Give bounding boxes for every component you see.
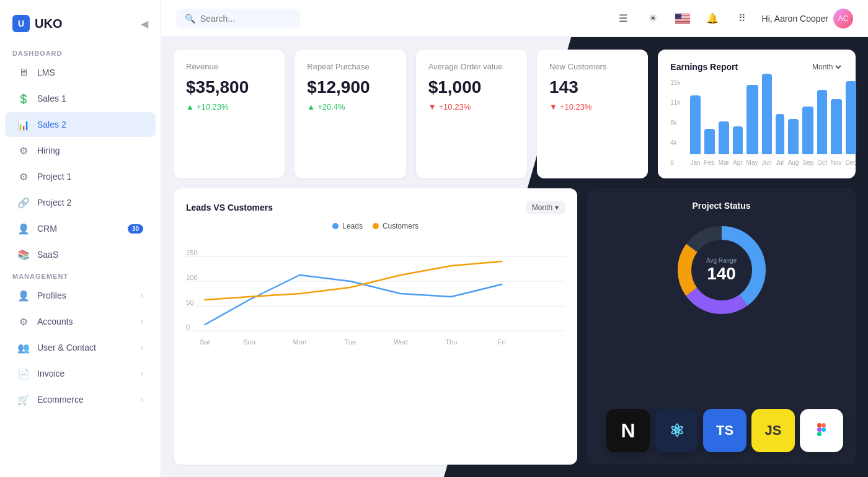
sidebar-item-label: Sales 1	[37, 94, 66, 103]
svg-text:50: 50	[186, 299, 193, 306]
header-icons: ☰ ☀ 🔔 ⠿ Hi, Aaron Cooper AC	[613, 9, 853, 28]
sidebar-item-label: Project 2	[37, 198, 71, 208]
theme-icon[interactable]: ☀	[643, 9, 663, 28]
sidebar-item-profiles[interactable]: 👤 Profiles ›	[5, 283, 156, 308]
sales2-icon: 📊	[17, 118, 30, 131]
bar-col-sep: Sep	[802, 107, 813, 166]
svg-rect-27	[817, 423, 822, 427]
y-label-11k: 11k	[670, 99, 680, 106]
leads-period-button[interactable]: Month ▾	[526, 201, 565, 214]
donut-label: Avg Range 140	[706, 257, 737, 284]
logo-icon: U	[12, 15, 30, 32]
figma-logo-svg	[812, 421, 831, 440]
sidebar-item-crm[interactable]: 👤 CRM 30	[5, 216, 156, 241]
revenue-value: $35,800	[186, 77, 272, 97]
typescript-icon[interactable]: TS	[703, 409, 746, 452]
sidebar-item-sales1[interactable]: 💲 Sales 1	[5, 86, 156, 111]
donut-value: 140	[706, 264, 737, 284]
svg-point-31	[822, 427, 826, 432]
bar-sep[interactable]	[802, 107, 813, 154]
notification-icon[interactable]: 🔔	[702, 9, 722, 28]
bar-jan[interactable]	[690, 95, 700, 154]
content-inner: Revenue $35,800 ▲ +10.23% Repeat Purchas…	[161, 37, 868, 477]
invoice-chevron-icon: ›	[141, 369, 143, 378]
hiring-icon: ⚙	[17, 144, 30, 157]
bar-label-apr: Apr	[733, 159, 743, 166]
bar-label-jan: Jan	[690, 159, 700, 166]
bar-oct[interactable]	[817, 90, 827, 154]
sidebar-item-saas[interactable]: 📚 SaaS	[5, 242, 156, 267]
ecommerce-icon: 🛒	[17, 393, 30, 406]
earnings-period-select[interactable]: Month Week Year	[810, 62, 843, 72]
profiles-icon: 👤	[17, 289, 30, 302]
react-icon[interactable]: ⚛	[655, 409, 698, 452]
svg-rect-6	[675, 22, 690, 22]
bar-dec[interactable]	[846, 81, 857, 154]
sidebar: U UKO ◀ DASHBOARD 🖥 LMS 💲 Sales 1 📊 Sale…	[0, 0, 161, 477]
search-box[interactable]: 🔍	[176, 9, 300, 28]
revenue-arrow-icon: ▲	[186, 102, 194, 112]
header: 🔍 ☰ ☀ 🔔 ⠿ Hi, Aar	[161, 0, 868, 37]
svg-text:Wed: Wed	[394, 338, 408, 346]
bar-jul[interactable]	[776, 114, 784, 154]
repeat-arrow-icon: ▲	[307, 102, 315, 112]
sidebar-item-invoice[interactable]: 📄 Invoice ›	[5, 361, 156, 386]
sidebar-item-project2[interactable]: 🔗 Project 2	[5, 190, 156, 215]
customers-value: 143	[549, 77, 636, 97]
sidebar-item-project1[interactable]: ⚙ Project 1	[5, 164, 156, 189]
search-input[interactable]	[200, 14, 287, 24]
user-contact-chevron-icon: ›	[141, 343, 143, 352]
bar-nov[interactable]	[831, 99, 842, 154]
lms-icon: 🖥	[17, 66, 30, 79]
invoice-icon: 📄	[17, 367, 30, 380]
javascript-icon[interactable]: JS	[751, 409, 795, 452]
sidebar-item-label: Hiring	[37, 146, 60, 155]
us-flag-svg	[675, 14, 690, 24]
bar-col-may: May	[746, 85, 758, 166]
bar-aug[interactable]	[788, 119, 799, 154]
figma-icon[interactable]	[800, 409, 843, 452]
javascript-label: JS	[765, 422, 782, 439]
bar-col-oct: Oct	[817, 90, 827, 166]
sidebar-collapse-button[interactable]: ◀	[141, 18, 148, 30]
bar-label-jul: Jul	[776, 159, 784, 166]
bar-feb[interactable]	[704, 129, 715, 154]
sidebar-header: U UKO ◀	[0, 10, 161, 45]
sidebar-item-label: Accounts	[37, 317, 73, 326]
flag-icon[interactable]	[673, 9, 693, 28]
menu-icon[interactable]: ☰	[613, 9, 633, 28]
repeat-change-value: +20.4%	[317, 102, 345, 112]
bar-may[interactable]	[746, 85, 758, 154]
bar-mar[interactable]	[719, 121, 729, 154]
customers-legend-label: Customers	[383, 222, 418, 230]
y-label-8k: 8k	[670, 120, 680, 126]
user-info[interactable]: Hi, Aaron Cooper AC	[762, 9, 853, 28]
sidebar-item-label: Project 1	[37, 172, 71, 182]
earnings-title: Earnings Report	[670, 62, 738, 72]
sidebar-item-sales2[interactable]: 📊 Sales 2	[5, 112, 156, 137]
apps-icon[interactable]: ⠿	[732, 9, 752, 28]
bar-apr[interactable]	[733, 126, 743, 154]
svg-text:Tue: Tue	[344, 338, 356, 346]
sidebar-item-ecommerce[interactable]: 🛒 Ecommerce ›	[5, 387, 156, 412]
bottom-row: Leads VS Customers Month ▾ Leads Custome…	[174, 188, 856, 465]
nextjs-icon[interactable]: N	[606, 409, 650, 452]
sidebar-item-hiring[interactable]: ⚙ Hiring	[5, 138, 156, 163]
svg-rect-5	[675, 20, 690, 20]
bar-col-dec: Dec	[846, 81, 857, 166]
sidebar-item-accounts[interactable]: ⚙ Accounts ›	[5, 309, 156, 334]
accounts-icon: ⚙	[17, 315, 30, 328]
svg-text:Mon: Mon	[293, 338, 306, 346]
top-row: Revenue $35,800 ▲ +10.23% Repeat Purchas…	[174, 50, 856, 178]
sidebar-item-user-contact[interactable]: 👥 User & Contact ›	[5, 335, 156, 360]
user-greeting: Hi, Aaron Cooper	[762, 14, 828, 24]
management-section-title: MANAGEMENT	[0, 268, 161, 282]
bar-jun[interactable]	[762, 74, 772, 154]
bar-label-may: May	[746, 159, 758, 166]
logo: U UKO	[12, 15, 62, 32]
profiles-chevron-icon: ›	[141, 291, 143, 300]
bar-label-aug: Aug	[788, 159, 799, 166]
repeat-label: Repeat Purchase	[307, 62, 393, 71]
sidebar-item-lms[interactable]: 🖥 LMS	[5, 60, 156, 85]
revenue-change: ▲ +10.23%	[186, 102, 272, 112]
